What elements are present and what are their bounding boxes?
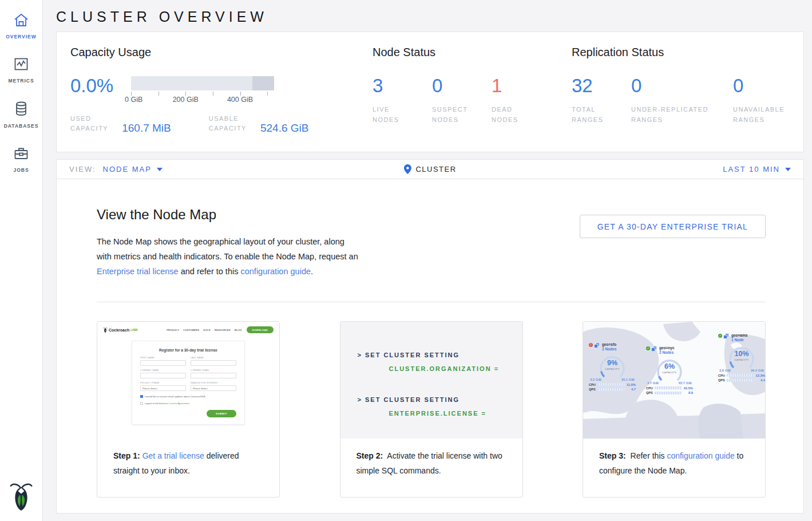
step2-caption: Step 2: Activate the trial license with … [340,439,522,478]
sidebar-item-label: DATABASES [4,123,39,129]
usable-capacity-value: 524.6 GiB [260,122,309,135]
locality-widget-sfo: ! geo=sfo2 Nodes 9% CAPACITY 3.2 GiB35.1… [587,342,638,391]
replication-status-title: Replication Status [572,46,790,59]
database-icon [13,101,29,119]
main-content: CLUSTER OVERVIEW Capacity Usage 0.0% 0 G… [43,9,812,514]
sidebar-item-label: OVERVIEW [6,34,37,40]
sidebar-item-metrics[interactable]: METRICS [0,53,42,88]
node-map-description: The Node Map shows the geographical layo… [97,234,361,279]
capacity-bar: 0 GiB 200 GiB 400 GiB [131,76,274,105]
live-status-icon: ✓ [718,334,722,338]
chevron-down-icon [157,168,163,171]
sidebar-item-label: METRICS [8,78,34,84]
step1-registration-thumbnail: CockroachLABS PRODUCTCUSTOMERS DOCSRESOU… [97,322,279,439]
configuration-guide-link[interactable]: configuration guide [240,267,311,276]
node-map-heading: View the Node Map [97,207,361,223]
cluster-summary-card: Capacity Usage 0.0% 0 GiB 200 GiB 400 Gi… [56,31,804,152]
page-title: CLUSTER OVERVIEW [56,9,804,25]
sidebar-item-databases[interactable]: DATABASES [0,97,42,133]
sidebar-item-label: JOBS [13,167,29,173]
submit-pill: SUBMIT [207,410,236,417]
divider [97,302,766,302]
node-map-panel: View the Node Map The Node Map shows the… [56,179,804,514]
node-cubes-icon [594,342,600,349]
dead-nodes-stat: 1 DEADNODES [492,76,551,125]
total-ranges-stat: 32 TOTALRANGES [572,76,631,125]
dead-status-icon: ! [589,343,593,347]
chevron-down-icon [785,168,791,171]
live-nodes-stat: 3 LIVENODES [373,76,432,125]
enterprise-trial-license-link[interactable]: Enterprise trial license [97,267,179,276]
capacity-bar-usable-segment [131,76,252,90]
get-trial-license-link[interactable]: Get a trial license [142,451,204,460]
live-status-icon: ✓ [646,346,650,350]
view-label: VIEW: [69,165,96,173]
axis-label-400: 400 GiB [227,96,253,104]
usable-capacity-stat: USABLECAPACITY 524.6 GiB [209,114,309,133]
capacity-axis-ticks [131,90,274,96]
step2-sql-thumbnail: > SET CLUSTER SETTING CLUSTER.ORGANIZATI… [340,322,522,439]
unavailable-ranges-stat: 0 UNAVAILABLERANGES [733,76,785,125]
under-replicated-ranges-stat: 0 UNDER-REPLICATEDRANGES [631,76,733,125]
node-cubes-icon [723,333,730,340]
cluster-breadcrumb: CLUSTER [403,164,456,174]
step1-caption: Step 1:Get a trial license delivered str… [97,439,279,478]
metrics-icon [13,57,29,74]
location-pin-icon [403,164,411,174]
capacity-bar-reserved-segment [252,76,274,90]
capacity-usage-title: Capacity Usage [70,46,373,59]
step3-caption: Step 3: Refer this configuration guide t… [583,439,765,478]
node-status-title: Node Status [373,46,572,59]
capacity-used-percent: 0.0% [70,76,131,105]
enterprise-trial-button[interactable]: GET A 30-DAY ENTERPRISE TRIAL [580,215,766,238]
axis-label-200: 200 GiB [173,96,199,104]
cockroach-labs-logo: CockroachLABS [103,327,137,333]
step3-node-map-thumbnail: ! geo=sfo2 Nodes 9% CAPACITY 3.2 GiB35.1… [583,322,765,439]
axis-label-0: 0 GiB [125,96,142,104]
sidebar: OVERVIEW METRICS DATABASES JOBS [0,0,43,521]
time-range-dropdown[interactable]: LAST 10 MIN [723,165,791,173]
download-pill: DOWNLOAD [247,326,274,333]
node-cubes-icon [651,346,657,352]
cockroachdb-logo [9,481,34,514]
configuration-guide-link[interactable]: configuration guide [667,451,734,460]
trial-registration-form: Register for a 30-day trial license FIRS… [132,341,245,425]
step3-card: ! geo=sfo2 Nodes 9% CAPACITY 3.2 GiB35.1… [583,321,766,498]
sidebar-item-overview[interactable]: OVERVIEW [0,9,42,44]
locality-widget-nyc: ✓ geo=nyc2 Nodes 6% CAPACITY 3.7 GiB65.7… [644,346,695,394]
view-selector-dropdown[interactable]: NODE MAP [103,165,163,173]
node-status-section: Node Status 3 LIVENODES 0 SUSPECTNODES 1… [373,46,572,152]
briefcase-icon [13,146,29,163]
replication-status-section: Replication Status 32 TOTALRANGES 0 UNDE… [572,46,790,152]
home-icon [13,13,29,30]
used-capacity-value: 160.7 MiB [122,122,171,135]
step2-card: > SET CLUSTER SETTING CLUSTER.ORGANIZATI… [340,321,523,498]
capacity-usage-section: Capacity Usage 0.0% 0 GiB 200 GiB 400 Gi… [70,46,373,152]
view-bar: VIEW: NODE MAP CLUSTER LAST 10 MIN [56,159,804,179]
suspect-nodes-stat: 0 SUSPECTNODES [432,76,492,125]
sidebar-item-jobs[interactable]: JOBS [0,143,42,177]
locality-widget-ams: ✓ geo=ams1 Node 10% CAPACITY 3.6 GiB36.4… [716,333,765,382]
step1-card: CockroachLABS PRODUCTCUSTOMERS DOCSRESOU… [97,321,280,498]
used-capacity-stat: USEDCAPACITY 160.7 MiB [70,114,171,133]
